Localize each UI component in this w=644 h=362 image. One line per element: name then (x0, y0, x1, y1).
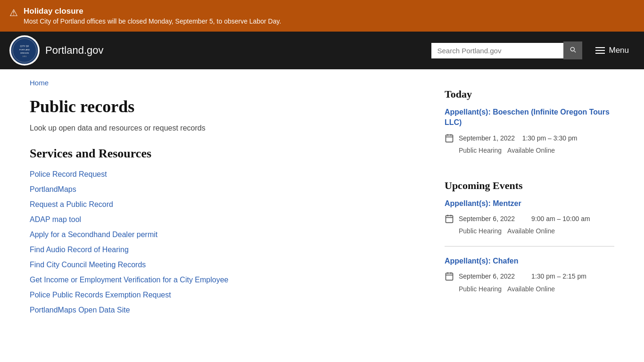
event-title[interactable]: Appellant(s): Boeschen (Infinite Oregon … (445, 107, 614, 128)
event-details: September 6, 2022 9:00 am – 10:00 am Pub… (459, 214, 590, 237)
event-meta: September 6, 2022 1:30 pm – 2:15 pm Publ… (445, 271, 614, 294)
svg-rect-14 (446, 273, 453, 280)
calendar-icon (445, 214, 454, 223)
upcoming-section: Upcoming Events Appellant(s): Mentzer Se… (445, 180, 614, 304)
event-datetime: September 6, 2022 1:30 pm – 2:15 pm (459, 271, 586, 281)
service-link[interactable]: Apply for a Secondhand Dealer permit (30, 230, 157, 239)
event-item: Appellant(s): Mentzer September 6, 2022 … (445, 198, 614, 247)
service-link[interactable]: Get Income or Employment Verification fo… (30, 276, 229, 284)
list-item: Apply for a Secondhand Dealer permit (30, 230, 426, 239)
event-meta: September 6, 2022 9:00 am – 10:00 am Pub… (445, 214, 614, 237)
list-item: PortlandMaps (30, 185, 426, 194)
service-link[interactable]: PortlandMaps (30, 185, 76, 193)
services-section-title: Services and Resources (30, 147, 426, 161)
service-link[interactable]: ADAP map tool (30, 215, 81, 223)
event-details: September 6, 2022 1:30 pm – 2:15 pm Publ… (459, 271, 586, 294)
sidebar: Today Appellant(s): Boeschen (Infinite O… (445, 79, 614, 321)
event-meta: September 1, 2022 1:30 pm – 3:30 pm Publ… (445, 133, 614, 156)
alert-message: Most City of Portland offices will be cl… (24, 17, 281, 25)
event-details: September 1, 2022 1:30 pm – 3:30 pm Publ… (459, 133, 577, 156)
breadcrumb: Home (30, 79, 426, 87)
content-area: Home Public records Look up open data an… (30, 79, 426, 321)
alert-banner: ⚠ Holiday closure Most City of Portland … (0, 0, 644, 32)
hamburger-icon (595, 47, 605, 54)
event-tags: Public Hearing Available Online (459, 226, 590, 236)
today-section: Today Appellant(s): Boeschen (Infinite O… (445, 88, 614, 165)
search-icon (569, 46, 577, 53)
service-link[interactable]: Police Record Request (30, 170, 107, 178)
search-form (431, 41, 582, 59)
service-link[interactable]: PortlandMaps Open Data Site (30, 306, 130, 314)
search-input[interactable] (431, 43, 563, 58)
list-item: PortlandMaps Open Data Site (30, 306, 426, 314)
upcoming-title: Upcoming Events (445, 180, 614, 192)
services-list: Police Record RequestPortlandMapsRequest… (30, 170, 426, 314)
event-title[interactable]: Appellant(s): Chafen (445, 256, 614, 266)
svg-text:CITY OF: CITY OF (20, 45, 29, 48)
svg-rect-10 (446, 215, 453, 222)
event-availability: Available Online (507, 284, 555, 294)
event-item: Appellant(s): Boeschen (Infinite Oregon … (445, 107, 614, 165)
event-availability: Available Online (507, 226, 555, 236)
svg-text:1851: 1851 (22, 55, 27, 58)
page-title: Public records (30, 97, 426, 116)
list-item: Police Public Records Exemption Request (30, 291, 426, 299)
service-link[interactable]: Find Audio Record of Hearing (30, 246, 129, 254)
breadcrumb-home[interactable]: Home (30, 79, 49, 87)
list-item: Request a Public Record (30, 200, 426, 209)
site-title: Portland.gov (45, 44, 104, 57)
page-description: Look up open data and resources or reque… (30, 124, 426, 132)
calendar-icon (445, 272, 454, 281)
svg-rect-6 (446, 135, 453, 142)
event-type: Public Hearing (459, 145, 502, 156)
event-datetime: September 1, 2022 1:30 pm – 3:30 pm (459, 133, 577, 143)
upcoming-events: Appellant(s): Mentzer September 6, 2022 … (445, 198, 614, 304)
svg-text:OREGON: OREGON (20, 52, 29, 54)
service-link[interactable]: Find City Council Meeting Records (30, 261, 146, 269)
today-title: Today (445, 88, 614, 100)
list-item: Find City Council Meeting Records (30, 261, 426, 269)
site-header: CITY OF PORTLAND OREGON 1851 Portland.go… (0, 32, 644, 69)
event-type: Public Hearing (459, 226, 502, 236)
event-availability: Available Online (507, 145, 555, 156)
event-type: Public Hearing (459, 284, 502, 294)
alert-content: Holiday closure Most City of Portland of… (24, 7, 281, 25)
alert-title: Holiday closure (24, 7, 281, 16)
list-item: Find Audio Record of Hearing (30, 246, 426, 254)
search-button[interactable] (563, 41, 582, 59)
logo-area: CITY OF PORTLAND OREGON 1851 Portland.go… (9, 35, 431, 66)
list-item: Get Income or Employment Verification fo… (30, 276, 426, 284)
calendar-icon (445, 133, 454, 143)
list-item: Police Record Request (30, 170, 426, 179)
main-container: Home Public records Look up open data an… (16, 69, 628, 330)
event-title[interactable]: Appellant(s): Mentzer (445, 198, 614, 209)
event-tags: Public Hearing Available Online (459, 284, 586, 294)
header-right: Menu (431, 41, 635, 59)
service-link[interactable]: Request a Public Record (30, 200, 113, 208)
site-logo: CITY OF PORTLAND OREGON 1851 (9, 35, 40, 66)
list-item: ADAP map tool (30, 215, 426, 224)
menu-button[interactable]: Menu (590, 42, 635, 59)
event-item: Appellant(s): Chafen September 6, 2022 1… (445, 256, 614, 304)
event-datetime: September 6, 2022 9:00 am – 10:00 am (459, 214, 590, 224)
menu-label: Menu (609, 46, 629, 55)
svg-text:PORTLAND: PORTLAND (19, 49, 30, 51)
today-events: Appellant(s): Boeschen (Infinite Oregon … (445, 107, 614, 165)
service-link[interactable]: Police Public Records Exemption Request (30, 291, 171, 299)
event-tags: Public Hearing Available Online (459, 145, 577, 156)
alert-icon: ⚠ (9, 7, 18, 18)
